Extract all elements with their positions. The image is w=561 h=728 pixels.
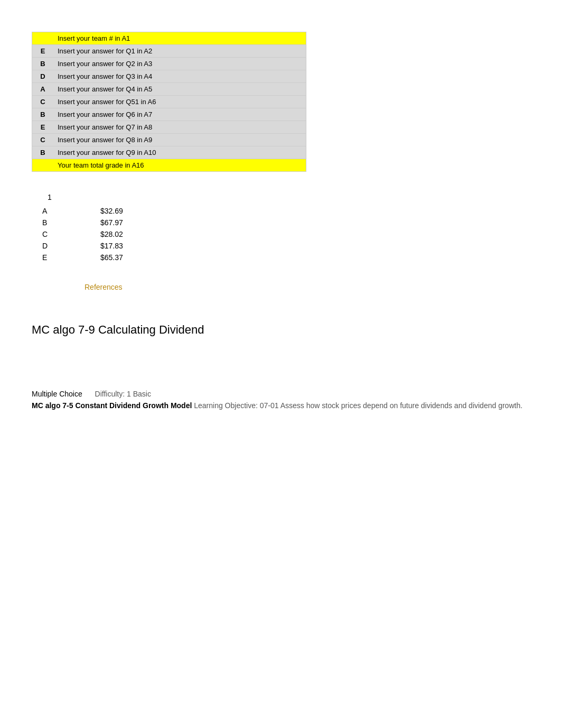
choice-value: $65.37 — [100, 253, 123, 262]
answer-grid-row: CInsert your answer for Q51 in A6 — [32, 96, 306, 108]
mc-algo-title: MC algo 7-9 Calculating Dividend — [32, 323, 529, 337]
row-text: Insert your answer for Q8 in A9 — [53, 134, 306, 146]
answer-grid-row: DInsert your answer for Q3 in A4 — [32, 70, 306, 83]
mc-section: 1 A$32.69B$67.97C$28.02D$17.83E$65.37 — [32, 193, 529, 262]
choice-letter: D — [42, 242, 58, 250]
row-text: Insert your answer for Q6 in A7 — [53, 108, 306, 121]
row-text: Insert your answer for Q1 in A2 — [53, 45, 306, 57]
answer-grid-row: CInsert your answer for Q8 in A9 — [32, 134, 306, 146]
metadata-type-row: Multiple Choice Difficulty: 1 Basic — [32, 390, 529, 398]
answer-choice: B$67.97 — [32, 218, 529, 227]
answer-choice: E$65.37 — [32, 253, 529, 262]
question-number: 1 — [32, 193, 529, 201]
answer-grid-row: EInsert your answer for Q1 in A2 — [32, 45, 306, 58]
row-letter: E — [32, 45, 53, 57]
choice-letter: E — [42, 253, 58, 262]
metadata-ref-title: MC algo 7-5 Constant Dividend Growth Mod… — [32, 401, 192, 410]
answer-grid-row: BInsert your answer for Q9 in A10 — [32, 146, 306, 159]
row-letter: D — [32, 70, 53, 82]
choice-letter: C — [42, 230, 58, 238]
difficulty-label: Difficulty: 1 Basic — [95, 390, 151, 398]
choice-value: $67.97 — [100, 218, 123, 227]
row-text: Insert your answer for Q51 in A6 — [53, 96, 306, 108]
answer-grid-row: Insert your team # in A1 — [32, 32, 306, 45]
metadata-ref-row: MC algo 7-5 Constant Dividend Growth Mod… — [32, 401, 529, 410]
row-text: Insert your answer for Q9 in A10 — [53, 146, 306, 159]
references-container: References — [32, 272, 529, 291]
row-text: Insert your team # in A1 — [53, 32, 306, 44]
row-text: Insert your answer for Q2 in A3 — [53, 58, 306, 70]
row-text: Insert your answer for Q7 in A8 — [53, 121, 306, 133]
answer-choice: C$28.02 — [32, 230, 529, 238]
metadata-ref-body: Learning Objective: 07-01 Assess how sto… — [194, 401, 522, 410]
row-letter: E — [32, 121, 53, 133]
row-letter: B — [32, 146, 53, 159]
row-text: Your team total grade in A16 — [53, 159, 306, 171]
references-link[interactable]: References — [32, 283, 123, 291]
answer-grid-row: AInsert your answer for Q4 in A5 — [32, 83, 306, 96]
answer-grid-row: BInsert your answer for Q2 in A3 — [32, 58, 306, 70]
row-text: Insert your answer for Q4 in A5 — [53, 83, 306, 95]
choice-value: $17.83 — [100, 242, 123, 250]
row-text: Insert your answer for Q3 in A4 — [53, 70, 306, 82]
answer-choice: A$32.69 — [32, 207, 529, 215]
row-letter — [32, 163, 53, 168]
answer-grid-row: Your team total grade in A16 — [32, 159, 306, 171]
row-letter — [32, 36, 53, 41]
page-wrapper: Insert your team # in A1EInsert your ans… — [0, 11, 561, 431]
type-label: Multiple Choice — [32, 390, 82, 398]
metadata-section: Multiple Choice Difficulty: 1 Basic MC a… — [32, 390, 529, 410]
row-letter: C — [32, 96, 53, 108]
choice-value: $32.69 — [100, 207, 123, 215]
answer-grid: Insert your team # in A1EInsert your ans… — [32, 32, 306, 172]
answer-grid-row: EInsert your answer for Q7 in A8 — [32, 121, 306, 134]
choice-letter: A — [42, 207, 58, 215]
choice-letter: B — [42, 218, 58, 227]
row-letter: B — [32, 58, 53, 70]
row-letter: C — [32, 134, 53, 146]
choice-value: $28.02 — [100, 230, 123, 238]
row-letter: B — [32, 108, 53, 121]
answer-grid-row: BInsert your answer for Q6 in A7 — [32, 108, 306, 121]
row-letter: A — [32, 83, 53, 95]
answer-choice: D$17.83 — [32, 242, 529, 250]
